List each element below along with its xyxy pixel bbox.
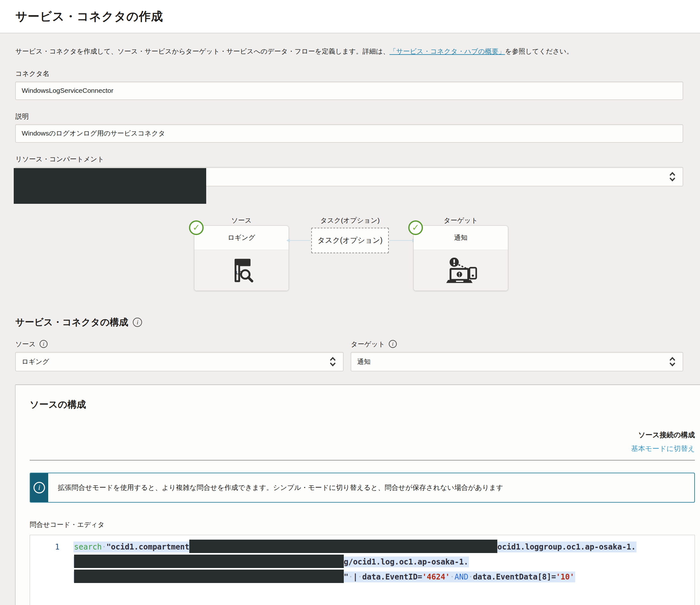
code-value-eventdata: '10' bbox=[556, 573, 575, 581]
code-value-eventid: '4624' bbox=[422, 573, 450, 581]
flow-source-label: ソース bbox=[194, 216, 289, 225]
flow-connector-left bbox=[290, 240, 310, 241]
whitespace-dot: · bbox=[468, 573, 473, 581]
flow-connector-right bbox=[390, 240, 413, 241]
source-service-select[interactable]: ロギング bbox=[15, 352, 344, 371]
query-editor-label: 問合せコード・エディタ bbox=[30, 520, 695, 529]
compartment-label: リソース・コンパートメント bbox=[15, 155, 683, 164]
redaction-box bbox=[74, 555, 344, 568]
code-string-loggroup: ocid1.loggroup.oc1.ap-osaka-1. bbox=[497, 543, 635, 551]
config-source-label: ソース bbox=[15, 340, 36, 349]
query-code-editor[interactable]: 1search·"ocid1.compartmentocid1.loggroup… bbox=[30, 535, 695, 605]
code-string-quote: " bbox=[344, 573, 348, 581]
connector-name-label: コネクタ名 bbox=[15, 69, 683, 78]
code-field-eventid: data.EventID= bbox=[362, 573, 422, 581]
code-pipe: | bbox=[353, 573, 357, 581]
connector-name-input[interactable]: WindowsLogServiceConnector bbox=[15, 82, 683, 100]
source-config-panel: ソースの構成 ソース接続の構成 基本モードに切替え i 拡張問合せモードを使用す… bbox=[15, 385, 700, 605]
switch-to-basic-mode-link[interactable]: 基本モードに切替え bbox=[631, 444, 695, 453]
page-title: サービス・コネクタの作成 bbox=[15, 9, 163, 25]
target-service-value[interactable]: 通知 bbox=[351, 352, 683, 371]
intro-text-before: サービス・コネクタを作成して、ソース・サービスからターゲット・サービスへのデータ… bbox=[15, 48, 390, 55]
intro-paragraph: サービス・コネクタを作成して、ソース・サービスからターゲット・サービスへのデータ… bbox=[15, 46, 683, 57]
flow-task-label: タスク(オプション) bbox=[311, 216, 389, 225]
logging-icon: LOGS bbox=[194, 250, 289, 291]
intro-text-after: を参照してください。 bbox=[505, 48, 573, 55]
banner-icon-strip: i bbox=[30, 473, 48, 502]
arrow-left-icon bbox=[286, 239, 290, 242]
code-line-3[interactable]: "·|·data.EventID='4624'·AND·data.EventDa… bbox=[30, 570, 695, 585]
line-number: 1 bbox=[55, 540, 59, 555]
description-label: 説明 bbox=[15, 112, 683, 121]
select-chevron-icon bbox=[668, 172, 677, 182]
config-target-label: ターゲット bbox=[351, 340, 385, 349]
select-chevron-icon bbox=[668, 357, 677, 367]
source-complete-check-icon: ✓ bbox=[189, 220, 204, 235]
connector-flow-diagram: ソース タスク(オプション) ターゲット ✓ ロギング LOGS タスク(オ bbox=[15, 216, 683, 296]
whitespace-dot: · bbox=[102, 543, 106, 551]
code-line-1[interactable]: 1search·"ocid1.compartmentocid1.loggroup… bbox=[30, 540, 695, 555]
flow-target-label: ターゲット bbox=[414, 216, 508, 225]
flow-target-card[interactable]: ✓ 通知 bbox=[414, 226, 508, 291]
info-icon[interactable]: i bbox=[133, 318, 142, 327]
target-info-icon[interactable]: i bbox=[389, 340, 397, 348]
source-info-icon[interactable]: i bbox=[40, 340, 48, 348]
page-header: サービス・コネクタの作成 bbox=[0, 0, 700, 33]
code-string-open: "ocid1.compartment bbox=[106, 543, 189, 551]
compartment-group: リソース・コンパートメント bbox=[15, 155, 683, 186]
info-banner-text: 拡張問合せモードを使用すると、より複雑な問合せを作成できます。シンプル・モードに… bbox=[48, 473, 512, 502]
flow-task-card[interactable]: タスク(オプション) bbox=[311, 228, 389, 253]
source-panel-title: ソースの構成 bbox=[30, 398, 695, 411]
whitespace-dot: · bbox=[357, 573, 362, 581]
source-service-value[interactable]: ロギング bbox=[15, 352, 344, 371]
target-service-select[interactable]: 通知 bbox=[351, 352, 683, 371]
source-connection-title: ソース接続の構成 bbox=[30, 430, 695, 440]
config-section-header: サービス・コネクタの構成 i bbox=[15, 316, 683, 329]
panel-divider bbox=[30, 460, 695, 461]
redaction-box bbox=[189, 540, 497, 553]
info-icon: i bbox=[33, 482, 45, 493]
target-complete-check-icon: ✓ bbox=[408, 220, 423, 235]
service-connector-hub-overview-link[interactable]: 「サービス・コネクタ・ハブの概要」 bbox=[390, 48, 505, 55]
flow-source-value: ロギング bbox=[194, 226, 289, 250]
code-area[interactable]: 1search·"ocid1.compartmentocid1.loggroup… bbox=[30, 535, 695, 585]
select-chevron-icon bbox=[328, 357, 337, 367]
whitespace-dot: · bbox=[348, 573, 353, 581]
compartment-select[interactable] bbox=[15, 167, 683, 186]
code-keyword-search: search bbox=[74, 543, 102, 551]
flow-task-value: タスク(オプション) bbox=[318, 235, 383, 245]
redaction-box bbox=[74, 570, 344, 583]
description-group: 説明 Windowsのログオンログ用のサービスコネクタ bbox=[15, 112, 683, 142]
redaction-box bbox=[14, 168, 206, 204]
notifications-icon bbox=[414, 250, 508, 291]
flow-target-value: 通知 bbox=[414, 226, 508, 250]
info-banner: i 拡張問合せモードを使用すると、より複雑な問合せを作成できます。シンプル・モー… bbox=[30, 473, 695, 503]
source-connection-block: ソース接続の構成 基本モードに切替え bbox=[30, 430, 695, 453]
config-columns: ソース i ロギング ターゲット i 通知 bbox=[15, 340, 683, 371]
whitespace-dot: · bbox=[450, 573, 454, 581]
connector-name-group: コネクタ名 WindowsLogServiceConnector bbox=[15, 69, 683, 100]
description-input[interactable]: Windowsのログオンログ用のサービスコネクタ bbox=[15, 124, 683, 142]
code-string-log: g/ocid1.log.oc1.ap-osaka-1. bbox=[344, 557, 468, 567]
config-source-column: ソース i ロギング bbox=[15, 340, 344, 371]
code-operator-and: AND bbox=[454, 573, 468, 581]
code-line-2[interactable]: g/ocid1.log.oc1.ap-osaka-1. bbox=[30, 555, 695, 570]
flow-source-card[interactable]: ✓ ロギング LOGS bbox=[194, 226, 289, 291]
config-target-column: ターゲット i 通知 bbox=[351, 340, 683, 371]
code-field-eventdata: data.EventData[8]= bbox=[473, 573, 556, 581]
main-content: サービス・コネクタを作成して、ソース・サービスからターゲット・サービスへのデータ… bbox=[0, 46, 700, 605]
config-section-title: サービス・コネクタの構成 bbox=[15, 316, 128, 329]
